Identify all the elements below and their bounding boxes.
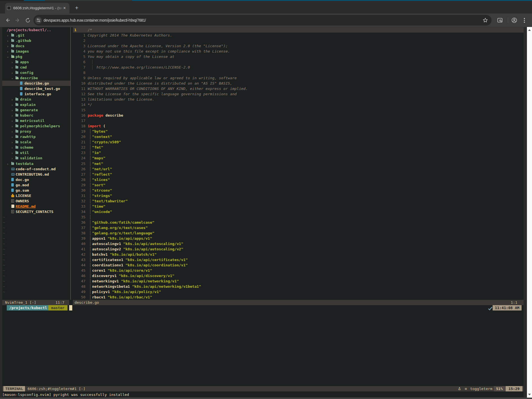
tree-item-describe[interactable]: ›describe: [2, 75, 70, 81]
scrollbar-down-icon[interactable]: [528, 394, 531, 395]
tree-item-security-contacts[interactable]: SECURITY_CONTACTS: [2, 209, 70, 214]
tree-root[interactable]: /projects/kubectl/..: [2, 27, 70, 33]
tab-close-icon[interactable]: ×: [63, 3, 66, 13]
code-line: 40autoscalingv1 "k8s.io/api/autoscaling/…: [73, 241, 524, 246]
tree-filler[interactable]: ~: [2, 220, 70, 225]
side-panel-icon[interactable]: [497, 17, 503, 23]
tree-item-go-mod[interactable]: go.mod: [2, 182, 70, 188]
tree-filler[interactable]: ~: [2, 225, 70, 230]
page-scrollbar[interactable]: [527, 27, 532, 398]
tree-item-go-sum[interactable]: go.sum: [2, 188, 70, 193]
code-line: 8: [73, 70, 524, 75]
tree-item-contributing-md[interactable]: CONTRIBUTING.md: [2, 172, 70, 177]
code-line: 49policyv1 "k8s.io/api/policy/v1": [73, 289, 524, 294]
indent-guide: [90, 183, 91, 187]
empty-line-tilde: ~: [3, 230, 5, 236]
tree-item-scheme[interactable]: ›scheme: [2, 145, 70, 150]
tree-item-proxy[interactable]: ›proxy: [2, 129, 70, 134]
indent-guide: [90, 177, 91, 182]
tree-item-interface-go[interactable]: interface.go: [2, 91, 70, 97]
tree-item-scale[interactable]: ›scale: [2, 139, 70, 145]
empty-line-tilde: ~: [3, 273, 5, 278]
code-line: 44coordinationv1 "k8s.io/api/coordinatio…: [73, 262, 524, 268]
line-number: 45: [73, 268, 85, 273]
tree-filler[interactable]: ~: [2, 241, 70, 246]
tree-item-polymorphichelpers[interactable]: ›polymorphichelpers: [2, 123, 70, 129]
line-number: 9: [73, 75, 85, 81]
tree-item-validation[interactable]: ›validation: [2, 155, 70, 161]
tree-item--git[interactable]: ›.git: [2, 33, 70, 38]
tree-item-config[interactable]: ›config: [2, 70, 70, 75]
code-line: 11WITHOUT WARRANTIES OR CONDITIONS OF AN…: [73, 86, 524, 91]
reload-icon[interactable]: [25, 17, 31, 23]
tree-item-owners[interactable]: OWNERS: [2, 198, 70, 204]
editor[interactable]: 1/*1Copyright 2014 The Kubernetes Author…: [73, 27, 524, 300]
line-number: 30: [73, 188, 85, 193]
tree-item-explain[interactable]: ›explain: [2, 102, 70, 107]
tree-item-metricsutil[interactable]: ›metricsutil: [2, 118, 70, 123]
tree-item-code-of-conduct-md[interactable]: code-of-conduct.md: [2, 166, 70, 172]
tree-filler[interactable]: ~: [2, 273, 70, 278]
tree-filler[interactable]: ~: [2, 246, 70, 252]
code-line: 14*/: [73, 102, 524, 107]
tree-item-testdata[interactable]: ›testdata: [2, 161, 70, 166]
tree-filler[interactable]: ~: [2, 230, 70, 236]
tree-item-doc-go[interactable]: doc.go: [2, 177, 70, 182]
folder-icon: [15, 141, 18, 143]
browser-tab[interactable]: 6606:zsh;#toggleterm#1 - (term ×: [5, 3, 69, 13]
profile-icon[interactable]: [511, 17, 517, 23]
scrollbar-up-icon[interactable]: [528, 29, 531, 31]
tree-item-describe-test-go[interactable]: describe_test.go: [2, 86, 70, 91]
indent-guide: [90, 167, 91, 171]
folder-icon: [15, 151, 18, 154]
indent-guide: [92, 60, 93, 64]
tree-filler[interactable]: ~: [2, 278, 70, 284]
line-number: 11: [73, 86, 85, 91]
new-tab-button[interactable]: +: [73, 3, 81, 13]
tree-item-readme-md[interactable]: README.md: [2, 204, 70, 209]
tree-item-generate[interactable]: ›generate: [2, 107, 70, 113]
tree-item-drain[interactable]: ›drain: [2, 97, 70, 102]
tree-item-describe-go[interactable]: describe.go: [2, 81, 70, 86]
line-number: 22: [73, 145, 85, 150]
terminal[interactable]: /projects/kubectl/..›.git›.github›docs›i…: [2, 27, 524, 397]
empty-line-tilde: ~: [3, 236, 5, 241]
line-number: 43: [73, 257, 85, 262]
address-bar[interactable]: devspaces.apps.hub.euw.container.mom/jos…: [33, 15, 492, 26]
url-text[interactable]: devspaces.apps.hub.euw.container.mom/jos…: [44, 15, 146, 26]
line-number: 18: [73, 123, 85, 129]
tree-filler[interactable]: ~: [2, 214, 70, 220]
tree-item-util[interactable]: ›util: [2, 150, 70, 155]
line-number: 42: [73, 252, 85, 257]
back-icon[interactable]: [4, 17, 11, 23]
tree-item-cmd[interactable]: ›cmd: [2, 65, 70, 70]
code-line: 4you may not use this file except in com…: [73, 49, 524, 54]
tree-filler[interactable]: ~: [2, 262, 70, 268]
tree-filler[interactable]: ~: [2, 236, 70, 241]
line-number: 6: [73, 59, 85, 65]
folder-icon: [15, 130, 18, 133]
indent-guide: [90, 284, 91, 289]
tree-item-images[interactable]: ›images: [2, 49, 70, 54]
tree-item-license[interactable]: LICENSE: [2, 193, 70, 198]
tree-item--github[interactable]: ›.github: [2, 38, 70, 43]
folder-icon: [11, 50, 14, 53]
code-line: 47networkingv1 "k8s.io/api/networking/v1…: [73, 278, 524, 284]
tree-filler[interactable]: ~: [2, 268, 70, 273]
tree-item-kuberc[interactable]: ›kuberc: [2, 113, 70, 118]
tree-item-docs[interactable]: ›docs: [2, 43, 70, 49]
forward-icon[interactable]: [15, 17, 21, 23]
bookmark-star-icon[interactable]: [483, 17, 488, 23]
tree-item-pkg[interactable]: ›pkg: [2, 54, 70, 59]
tree-filler[interactable]: ~: [2, 252, 70, 257]
tree-filler[interactable]: ~: [2, 284, 70, 289]
tree-item-rawhttp[interactable]: ›rawhttp: [2, 134, 70, 139]
tree-filler[interactable]: ~: [2, 289, 70, 294]
nvimtree-statusline-pos: 11:7: [55, 300, 64, 305]
code-line: 31"strings": [73, 193, 524, 198]
site-info-icon[interactable]: [36, 18, 41, 22]
tree-item-apps[interactable]: ›apps: [2, 59, 70, 65]
line-number: 35: [73, 214, 85, 220]
tree-filler[interactable]: ~: [2, 257, 70, 262]
menu-kebab-icon[interactable]: [521, 17, 528, 23]
